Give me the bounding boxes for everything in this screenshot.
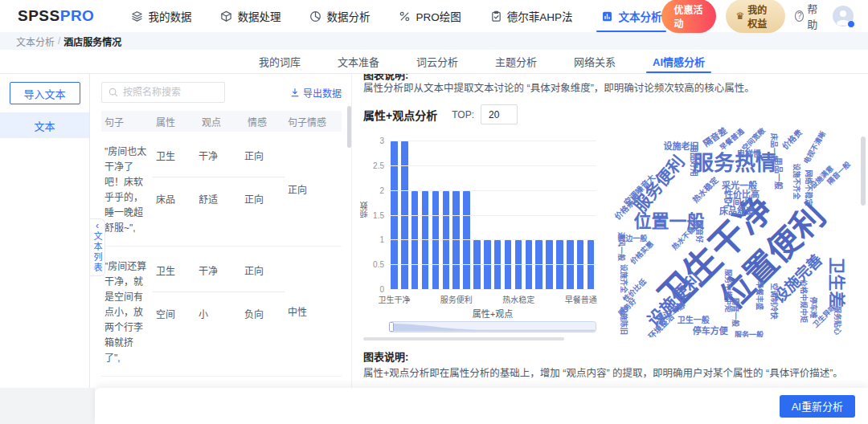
y-tick-label: 0.5: [373, 260, 384, 269]
sidebar-item-0[interactable]: 文本: [0, 112, 89, 138]
cloud-word[interactable]: 网络不稳定: [804, 169, 811, 206]
aspect-row: 床品舒适正向: [153, 177, 285, 220]
cloud-word[interactable]: 价格中规中矩: [799, 279, 806, 323]
main-body: 导入文本 文本 导出数据: [0, 74, 868, 424]
search-input[interactable]: [123, 87, 211, 98]
nav-item-4[interactable]: 德尔菲AHP法: [490, 0, 573, 32]
nav-item-0[interactable]: 我的数据: [131, 0, 191, 32]
cloud-word[interactable]: 电梯慢: [737, 150, 761, 158]
bar[interactable]: [505, 240, 512, 290]
section-header-row: 属性+观点分析 TOP:: [363, 104, 518, 124]
cloud-word[interactable]: 电视不清晰: [803, 130, 827, 165]
bar[interactable]: [401, 141, 408, 290]
cloud-word[interactable]: 服务一般: [735, 332, 764, 337]
y-tick-label: 0: [379, 285, 384, 294]
sidebar-items: 文本: [0, 112, 89, 138]
cloud-word[interactable]: 空间宽敞: [741, 127, 767, 153]
cloud-word[interactable]: 热水稳定: [691, 176, 719, 204]
cloud-word[interactable]: 周边一般: [618, 234, 647, 242]
cloud-word[interactable]: 隔音好: [694, 221, 702, 243]
cloud-word[interactable]: 价格贵: [781, 128, 804, 151]
cloud-word[interactable]: 停车难: [809, 297, 816, 319]
bar[interactable]: [515, 240, 522, 290]
cloud-word[interactable]: 卫生差: [828, 257, 845, 308]
breadcrumb: 文本分析 / 酒店服务情况: [0, 32, 868, 50]
aspect-opinion-bar-chart: 频数 00.511.522.53 卫生干净服务便利热水稳定早餐普通 属性+观点: [363, 125, 611, 342]
breadcrumb-section[interactable]: 文本分析: [16, 35, 55, 48]
cloud-word[interactable]: 服务贴心: [833, 306, 840, 335]
table-row[interactable]: "房间也太干净了吧！床软乎乎的，睡一晚超舒服~",卫生干净正向床品舒适正向正向: [101, 132, 342, 247]
nav-item-label: 文本分析: [618, 8, 661, 24]
nav-item-2[interactable]: 数据分析: [309, 0, 370, 32]
cloud-word[interactable]: 空调制冷快: [770, 283, 777, 320]
datazoom-slider[interactable]: [389, 321, 596, 336]
overall-sentiment-cell: 正向: [285, 133, 333, 244]
top-n-input[interactable]: [481, 104, 518, 124]
sentiment-cell: 正向: [244, 192, 285, 206]
tab-3[interactable]: 主题分析: [495, 50, 537, 73]
tab-1[interactable]: 文本准备: [338, 50, 379, 73]
import-text-button[interactable]: 导入文本: [10, 82, 80, 104]
nav-item-label: PRO绘图: [416, 8, 461, 24]
bar[interactable]: [526, 240, 533, 290]
nav-item-label: 德尔菲AHP法: [507, 8, 573, 24]
logo[interactable]: SPSSPRO: [18, 7, 94, 25]
note-title: 图表说明:: [363, 349, 408, 364]
panel-scrollbar[interactable]: [861, 137, 866, 206]
nav-item-1[interactable]: 数据处理: [220, 0, 280, 32]
cloud-word[interactable]: 服务热情: [693, 153, 776, 173]
avatar[interactable]: [833, 6, 854, 26]
y-tick-label: 2: [379, 186, 384, 194]
help-button[interactable]: ? 帮助: [795, 1, 823, 31]
x-tick-label: 早餐普通: [565, 293, 597, 305]
bar[interactable]: [556, 240, 563, 290]
cloud-word[interactable]: 卫生一般: [678, 316, 710, 324]
aspects-group: 卫生干净正向床品舒适正向: [153, 133, 285, 244]
cloud-word[interactable]: 服务中规中矩: [723, 269, 731, 312]
bar[interactable]: [588, 240, 595, 290]
opinion-cell: 干净: [199, 263, 244, 277]
cloud-word[interactable]: 设施陈旧: [620, 306, 627, 335]
bar[interactable]: [494, 240, 502, 290]
bar[interactable]: [535, 240, 542, 290]
gridline: 2: [389, 190, 596, 191]
search-box[interactable]: [101, 82, 225, 103]
collapse-text-list-tab[interactable]: ‹ 文本列表: [90, 218, 105, 276]
attribute-cell: 卫生: [153, 263, 199, 277]
bar[interactable]: [567, 240, 574, 290]
horizontal-scrollbar[interactable]: [363, 337, 564, 340]
cloud-word[interactable]: 价格实惠: [629, 240, 655, 266]
bar[interactable]: [391, 141, 398, 290]
cloud-word[interactable]: 隔音一般: [731, 298, 739, 327]
ai-rerun-button[interactable]: AI重新分析: [780, 395, 855, 418]
word-cloud: 卫生干净位置便利服务热情服务便利位置一般设施便利设施完善卫生差设施老旧用品好用隔…: [613, 127, 856, 337]
benefits-button[interactable]: ♛ 我的权益: [726, 0, 785, 33]
bar[interactable]: [577, 240, 584, 290]
table-row[interactable]: "房间还算干净，就是空间有点小，放两个行李箱就挤了",卫生干净正向空间小负向中性: [101, 247, 342, 377]
nav-item-label: 数据处理: [237, 8, 280, 24]
cloud-word[interactable]: 床品舒适: [719, 206, 755, 215]
column-header-1: 属性: [153, 115, 199, 128]
bar[interactable]: [546, 240, 553, 290]
table-scrollbar[interactable]: [347, 106, 351, 148]
tab-5[interactable]: AI情感分析: [653, 50, 705, 73]
analysis-panel: 图表说明: 属性分析即从文本中提取文本讨论的 “具体对象维度”，即明确讨论频次较…: [352, 74, 868, 424]
cloud-word[interactable]: 设施不齐全: [792, 164, 799, 200]
nav-item-5[interactable]: 文本分析: [601, 0, 661, 32]
promo-button[interactable]: 优惠活动: [661, 0, 716, 33]
bar[interactable]: [484, 240, 491, 290]
export-data-button[interactable]: 导出数据: [290, 86, 342, 100]
cloud-word[interactable]: 早餐丰盛: [755, 281, 763, 310]
cloud-word[interactable]: 用品一般: [774, 157, 782, 190]
cloud-word[interactable]: 停车方便: [693, 327, 728, 336]
cloud-word[interactable]: 用品好用: [690, 145, 698, 177]
nav-item-3[interactable]: PRO绘图: [399, 0, 461, 32]
bar[interactable]: [473, 240, 481, 290]
tab-2[interactable]: 词云分析: [416, 50, 458, 73]
tab-0[interactable]: 我的词库: [259, 50, 301, 73]
search-icon: [108, 88, 118, 97]
cloud-word[interactable]: 设施齐全: [620, 264, 627, 293]
tab-4[interactable]: 网络关系: [574, 50, 616, 73]
chart-plot-area: 00.511.522.53: [389, 141, 596, 290]
doc-chart-icon: [601, 10, 613, 22]
